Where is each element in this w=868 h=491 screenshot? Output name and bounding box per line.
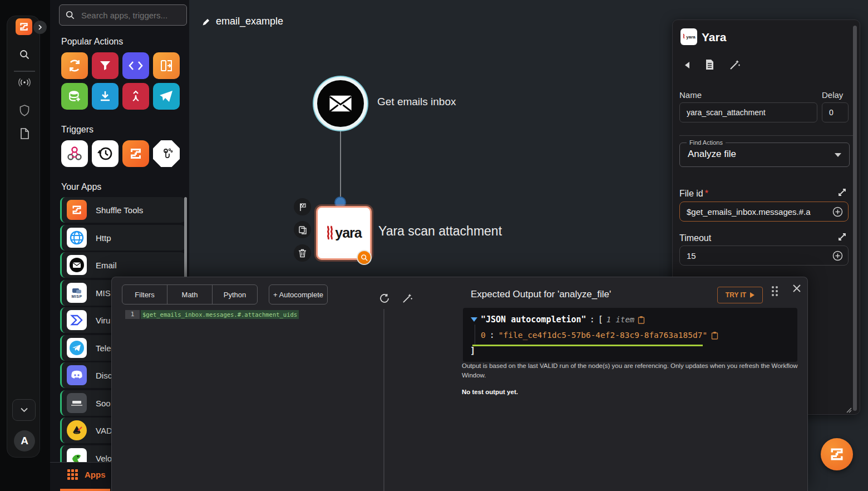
shuffle-workflow-screen: email_example Get emails inbox yara xyxy=(0,0,868,491)
your-apps-title: Your Apps xyxy=(61,182,101,192)
trigger-tile-shuffle[interactable] xyxy=(122,140,149,167)
no-test-output-text: No test output yet. xyxy=(462,389,518,395)
shield-icon[interactable] xyxy=(19,105,29,116)
yara-logo-mark-icon xyxy=(326,225,334,242)
back-icon[interactable] xyxy=(685,62,689,68)
workflow-title: email_example xyxy=(216,16,283,27)
broadcast-icon[interactable] xyxy=(18,77,31,87)
node-start-flag-button[interactable] xyxy=(294,198,311,215)
send-icon xyxy=(159,90,174,102)
try-it-button[interactable]: TRY IT xyxy=(717,287,763,303)
json-value-row: 0 : "file_ce4f1dc5-57b6-4ef2-83c9-8fa763… xyxy=(481,330,718,340)
plus-circle-icon[interactable] xyxy=(832,251,843,261)
action-tile-database-add[interactable] xyxy=(61,83,88,110)
action-tile-download[interactable] xyxy=(92,83,119,110)
node-copy-button[interactable] xyxy=(294,221,311,238)
panel-app-title: Yara xyxy=(702,31,726,44)
output-note: Output is based on the last VALID run of… xyxy=(462,361,802,381)
expand-field-icon[interactable] xyxy=(837,232,847,242)
trigger-tile-user-input[interactable] xyxy=(153,140,180,167)
node-get-emails-inbox[interactable] xyxy=(314,77,367,130)
document-icon[interactable] xyxy=(705,59,714,70)
node-search-badge[interactable] xyxy=(357,250,372,265)
avatar[interactable]: A xyxy=(14,430,35,451)
chevron-down-icon xyxy=(21,407,28,413)
trigger-tile-schedule[interactable] xyxy=(92,140,119,167)
trash-icon xyxy=(298,249,307,258)
clipboard-icon[interactable] xyxy=(711,331,718,340)
collapse-triangle-icon[interactable] xyxy=(471,317,477,322)
expand-field-icon[interactable] xyxy=(837,188,847,197)
action-tile-door[interactable] xyxy=(153,52,180,79)
virustotal-icon xyxy=(67,310,87,330)
panel-scrollbar[interactable] xyxy=(853,26,857,411)
soc-icon xyxy=(67,393,87,413)
search-input[interactable] xyxy=(80,10,183,21)
action-tile-filter[interactable] xyxy=(92,52,119,79)
code-editor-popup: Filters Math Python + Autocomplete 1 $ge… xyxy=(111,277,808,491)
email-envelope-icon xyxy=(67,255,87,275)
flag-icon xyxy=(298,203,307,212)
resize-handle-icon[interactable] xyxy=(846,407,852,413)
rail-divider xyxy=(14,71,35,72)
delay-input[interactable] xyxy=(822,102,849,122)
shuffle-tools-icon xyxy=(67,200,87,220)
merge-icon xyxy=(129,90,142,103)
timeout-input[interactable] xyxy=(679,246,849,266)
copy-icon xyxy=(298,225,307,234)
node-delete-button[interactable] xyxy=(294,244,311,262)
file-id-input[interactable] xyxy=(679,202,849,222)
refresh-icon[interactable] xyxy=(379,293,389,303)
trigger-tile-webhook[interactable] xyxy=(61,140,88,167)
schedule-icon xyxy=(97,145,114,162)
timeout-label: Timeout xyxy=(679,233,711,243)
delay-label: Delay xyxy=(822,90,843,100)
download-icon xyxy=(98,90,112,103)
autocomplete-button[interactable]: + Autocomplete xyxy=(269,284,328,305)
expand-rail-button[interactable] xyxy=(33,21,47,34)
apps-grid-icon xyxy=(67,469,78,480)
tab-math[interactable]: Math xyxy=(167,284,213,305)
tab-apps[interactable]: Apps xyxy=(67,469,106,480)
collapse-button[interactable] xyxy=(12,399,36,421)
shuffle-logo-icon[interactable] xyxy=(16,18,32,35)
left-rail: A xyxy=(0,0,50,491)
chevron-right-icon xyxy=(37,24,43,30)
expected-output-title: Expected Output for 'analyze_file' xyxy=(471,289,611,300)
panel-divider xyxy=(679,135,854,136)
webhook-icon xyxy=(66,145,83,162)
yara-app-icon: yara xyxy=(680,28,697,45)
play-icon xyxy=(750,292,754,298)
shuffle-logo-icon xyxy=(829,446,845,462)
find-actions-select[interactable]: Find Actions Analyze file xyxy=(679,143,850,167)
clipboard-icon[interactable] xyxy=(638,316,645,324)
search-box[interactable] xyxy=(59,4,187,26)
edit-title-icon[interactable] xyxy=(201,17,211,27)
action-tile-sync[interactable] xyxy=(61,52,88,79)
search-icon[interactable] xyxy=(19,49,30,60)
tab-python[interactable]: Python xyxy=(212,284,258,305)
chevron-down-icon xyxy=(835,153,841,157)
name-input[interactable] xyxy=(679,102,817,122)
drag-handle-icon[interactable] xyxy=(772,286,778,296)
close-icon[interactable] xyxy=(792,283,802,293)
line-number: 1 xyxy=(125,310,140,319)
magic-wand-icon[interactable] xyxy=(402,293,413,303)
popup-divider[interactable] xyxy=(383,309,384,491)
file-icon[interactable] xyxy=(20,128,29,139)
app-item-shuffle-tools[interactable]: Shuffle Tools xyxy=(60,197,186,223)
shuffle-fab-button[interactable] xyxy=(821,438,853,470)
yara-logo-text: yara xyxy=(335,225,361,241)
magic-wand-icon[interactable] xyxy=(729,59,741,70)
app-item-email[interactable]: Email xyxy=(60,252,186,278)
door-icon xyxy=(160,59,173,72)
plus-circle-icon[interactable] xyxy=(832,207,843,217)
app-item-http[interactable]: Http xyxy=(60,225,186,251)
node-label-yara-scan-attachment: Yara scan attachment xyxy=(378,224,502,239)
code-line[interactable]: $get_emails_inbox.messages.#.attachment_… xyxy=(141,310,299,319)
action-tile-send[interactable] xyxy=(153,83,180,110)
magnifier-icon xyxy=(361,254,368,262)
action-tile-merge[interactable] xyxy=(122,83,149,110)
action-tile-code[interactable] xyxy=(122,52,149,79)
tab-filters[interactable]: Filters xyxy=(122,284,167,305)
